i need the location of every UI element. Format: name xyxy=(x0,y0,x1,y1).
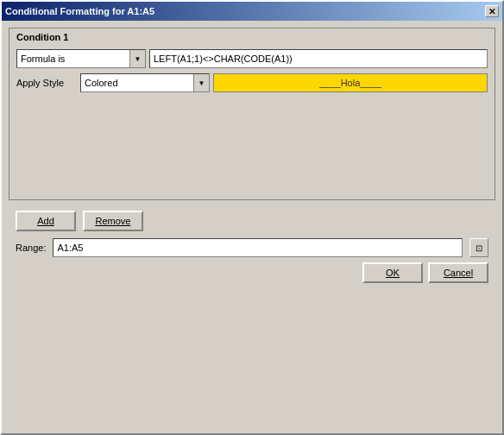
remove-button-label: Remove xyxy=(96,216,131,226)
condition-type-value: Formula is xyxy=(17,54,129,64)
condition-legend: Condition 1 xyxy=(16,32,488,42)
condition-type-dropdown[interactable]: Formula is ▼ xyxy=(16,49,146,68)
bottom-area: Add Remove Range: ⊡ OK Cancel xyxy=(9,207,495,287)
apply-style-row: Apply Style Colored ▼ ____Hola____ xyxy=(16,73,488,92)
apply-style-label: Apply Style xyxy=(16,78,77,88)
dialog-content: Condition 1 Formula is ▼ Apply Style Col… xyxy=(2,21,502,433)
chevron-down-icon: ▼ xyxy=(135,55,142,63)
range-label: Range: xyxy=(16,243,46,253)
add-button[interactable]: Add xyxy=(16,211,76,231)
cancel-button-label: Cancel xyxy=(444,268,473,278)
range-row: Range: ⊡ xyxy=(16,238,488,257)
title-bar-text: Conditional Formatting for A1:A5 xyxy=(5,6,485,16)
style-value: Colored xyxy=(81,78,193,88)
title-bar: Conditional Formatting for A1:A5 ✕ xyxy=(2,2,502,21)
formula-input[interactable] xyxy=(149,49,488,68)
condition-type-arrow[interactable]: ▼ xyxy=(129,50,145,67)
close-button[interactable]: ✕ xyxy=(485,5,499,17)
ok-button[interactable]: OK xyxy=(362,262,423,283)
style-preview: ____Hola____ xyxy=(213,73,488,92)
chevron-down-icon-2: ▼ xyxy=(198,79,205,87)
add-button-label: Add xyxy=(37,216,54,226)
cancel-button[interactable]: Cancel xyxy=(428,262,488,283)
main-window: Conditional Formatting for A1:A5 ✕ Condi… xyxy=(0,0,504,435)
range-input[interactable] xyxy=(53,238,463,257)
range-picker-icon: ⊡ xyxy=(476,243,482,253)
ok-cancel-row: OK Cancel xyxy=(16,262,488,283)
condition-group: Condition 1 Formula is ▼ Apply Style Col… xyxy=(9,28,495,200)
condition-type-row: Formula is ▼ xyxy=(16,49,488,68)
style-dropdown[interactable]: Colored ▼ xyxy=(80,73,210,92)
range-picker-button[interactable]: ⊡ xyxy=(469,238,488,257)
ok-button-label: OK xyxy=(386,268,400,278)
remove-button[interactable]: Remove xyxy=(83,211,143,231)
button-row: Add Remove xyxy=(16,211,488,231)
style-arrow[interactable]: ▼ xyxy=(193,74,209,91)
